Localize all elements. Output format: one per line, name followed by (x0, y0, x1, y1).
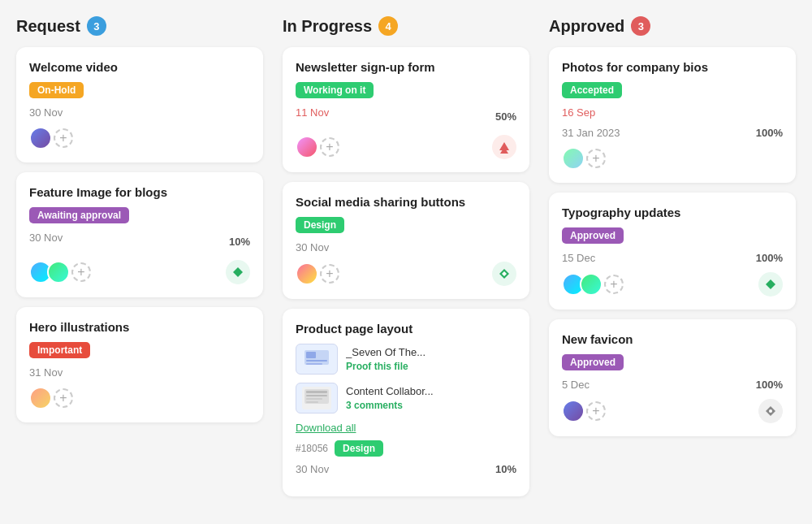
svg-rect-7 (306, 352, 316, 358)
avatars: + (562, 273, 624, 296)
card-footer: + (562, 147, 783, 170)
file-item: Content Collabor... 3 comments (296, 383, 516, 414)
card-footer: + (296, 135, 516, 159)
column-title-in-progress: In Progress (283, 17, 372, 36)
diamond-green-icon (758, 272, 783, 297)
avatar (296, 136, 318, 158)
status-tag-approved: Approved (562, 227, 624, 244)
status-tag-working: Working on it (296, 82, 374, 98)
column-badge-approved: 3 (631, 16, 650, 36)
file-info: _Seven Of The... Proof this file (346, 346, 516, 373)
file-thumbnail (296, 344, 338, 375)
file-name: _Seven Of The... (346, 346, 516, 358)
card-title: Hero illustrations (29, 320, 250, 334)
status-tag-accepted: Accepted (562, 82, 622, 98)
date-percent-row: 11 Nov 50% (296, 106, 516, 127)
status-tag-approved2: Approved (562, 354, 624, 370)
card-footer: + (29, 260, 250, 284)
card-footer: + (29, 127, 250, 149)
avatars: + (296, 262, 339, 285)
card-title: New favicon (562, 332, 783, 346)
card-date: 30 Nov (29, 232, 63, 244)
column-request: Request 3 Welcome video On-Hold 30 Nov +… (16, 16, 263, 432)
status-tag-design: Design (296, 217, 344, 233)
download-all-link[interactable]: Download all (296, 422, 516, 434)
card-footer: + (562, 399, 783, 423)
card-date: 15 Dec (562, 252, 595, 264)
add-assignee-button[interactable]: + (586, 401, 606, 421)
column-title-request: Request (16, 17, 80, 36)
avatar (562, 400, 585, 422)
avatars: + (296, 136, 339, 158)
kanban-board: Request 3 Welcome video On-Hold 30 Nov +… (16, 16, 796, 506)
progress-percent: 10% (229, 236, 250, 248)
avatar (47, 261, 70, 284)
progress-percent: 50% (495, 110, 516, 123)
card-welcome-video: Welcome video On-Hold 30 Nov + (16, 47, 263, 162)
arrow-up-icon (492, 135, 516, 159)
add-assignee-button[interactable]: + (320, 137, 339, 157)
card-hero-illustrations: Hero illustrations Important 31 Nov + (16, 307, 263, 422)
progress-percent: 100% (756, 252, 783, 264)
svg-point-18 (769, 409, 772, 413)
column-header-approved: Approved 3 (549, 16, 796, 36)
card-feature-image: Feature Image for blogs Awaiting approva… (16, 172, 263, 297)
avatar (29, 387, 52, 409)
svg-rect-14 (306, 398, 322, 400)
avatars: + (29, 387, 73, 409)
diamond-green-icon (492, 262, 516, 286)
svg-rect-8 (306, 360, 327, 362)
card-newsletter: Newsletter sign-up form Working on it 11… (283, 47, 529, 172)
card-title: Social media sharing buttons (296, 195, 516, 209)
svg-rect-15 (306, 401, 318, 403)
status-tag-design2: Design (335, 440, 383, 457)
status-tag-awaiting: Awaiting approval (29, 207, 129, 223)
file-name: Content Collabor... (346, 385, 516, 397)
avatar (296, 262, 318, 285)
card-footer: + (562, 272, 783, 297)
card-typography: Typography updates Approved 15 Dec 100% … (549, 193, 796, 310)
card-date: 30 Nov (296, 463, 329, 475)
card-footer: + (29, 387, 250, 409)
card-title: Newsletter sign-up form (296, 60, 516, 74)
date-percent-row: 31 Jan 2023 100% (562, 127, 783, 139)
card-title: Welcome video (29, 60, 250, 74)
card-date2: 31 Jan 2023 (562, 127, 620, 139)
add-assignee-button[interactable]: + (586, 149, 606, 168)
avatars: + (29, 261, 91, 284)
card-favicon: New favicon Approved 5 Dec 100% + (549, 319, 796, 436)
date-percent-row: 30 Nov 10% (296, 463, 516, 475)
card-date: 31 Nov (29, 366, 250, 379)
add-assignee-button[interactable]: + (604, 275, 624, 294)
column-badge-in-progress: 4 (378, 16, 398, 36)
card-product-page: Product page layout _Seven Of The... Pro… (283, 309, 529, 496)
svg-marker-0 (233, 267, 243, 277)
date-percent-row: 15 Dec 100% (562, 252, 783, 264)
avatar (562, 147, 585, 170)
column-in-progress: In Progress 4 Newsletter sign-up form Wo… (283, 16, 529, 506)
status-tag-important: Important (29, 342, 90, 358)
card-date: 5 Dec (562, 379, 590, 391)
add-assignee-button[interactable]: + (54, 128, 73, 148)
svg-marker-16 (766, 279, 775, 289)
card-date: 30 Nov (296, 241, 516, 253)
proof-file-link[interactable]: Proof this file (346, 361, 408, 372)
card-title: Feature Image for blogs (29, 185, 250, 199)
avatar (29, 127, 52, 149)
card-date: 11 Nov (296, 106, 329, 119)
diamond-gray-icon (758, 399, 783, 423)
progress-percent: 100% (756, 127, 783, 139)
status-tag-on-hold: On-Hold (29, 82, 84, 98)
date-percent-row: 30 Nov 10% (29, 232, 250, 252)
column-badge-request: 3 (87, 16, 106, 36)
column-title-approved: Approved (549, 17, 624, 36)
diamond-green-icon (226, 260, 250, 284)
add-assignee-button[interactable]: + (54, 388, 73, 408)
column-header-request: Request 3 (16, 16, 263, 36)
comments-link[interactable]: 3 comments (346, 400, 403, 411)
progress-percent: 10% (495, 463, 516, 475)
card-date-red: 16 Sep (562, 106, 783, 119)
add-assignee-button[interactable]: + (320, 264, 339, 284)
add-assignee-button[interactable]: + (71, 262, 91, 282)
avatars: + (562, 400, 606, 422)
